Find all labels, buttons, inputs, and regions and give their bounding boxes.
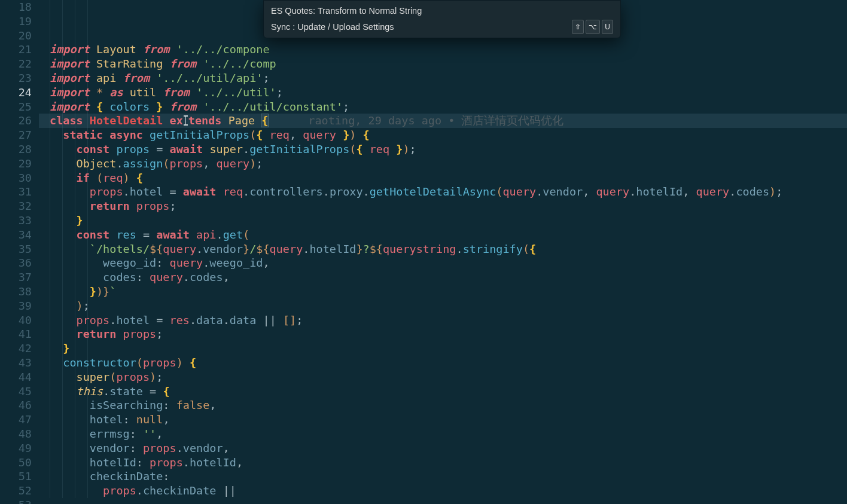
code-line[interactable]: const props = await super.getInitialProp… <box>39 142 847 157</box>
token: query <box>696 185 730 198</box>
token: ( <box>163 157 169 170</box>
token: ) <box>769 185 776 198</box>
code-line[interactable]: weego_id: query.weego_id, <box>39 256 847 270</box>
token: HotelDetail <box>90 114 163 127</box>
code-line[interactable]: errmsg: '', <box>39 427 847 441</box>
code-line[interactable]: })}` <box>39 285 847 299</box>
token <box>50 200 90 212</box>
code-line[interactable]: static async getInitialProps({ req, quer… <box>39 128 847 142</box>
token: } <box>243 243 249 255</box>
token: Object <box>77 157 117 170</box>
token <box>296 129 303 141</box>
token: . <box>116 157 123 170</box>
token: isSearching <box>90 399 163 411</box>
token: api <box>96 72 116 84</box>
token <box>50 413 90 426</box>
token: ; <box>83 300 90 312</box>
token <box>276 314 283 326</box>
code-line[interactable]: codes: query.codes, <box>39 270 847 285</box>
code-line[interactable]: import Layout from '../../compone <box>39 42 847 57</box>
token: hotelId <box>636 185 683 198</box>
code-line[interactable]: `/hotels/${query.vendor}/${query.hotelId… <box>39 242 847 256</box>
token <box>143 271 150 283</box>
code-line[interactable]: props.hotel = await req.controllers.prox… <box>39 185 847 199</box>
line-number: 34 <box>0 228 39 242</box>
token: false <box>176 399 210 411</box>
token: : <box>130 427 136 440</box>
token <box>50 243 90 255</box>
token: ) <box>349 129 356 141</box>
code-line[interactable]: constructor(props) { <box>39 356 847 370</box>
token: ( <box>496 185 502 198</box>
token: ; <box>776 185 782 198</box>
token: ( <box>249 129 256 141</box>
code-line[interactable]: this.state = { <box>39 384 847 399</box>
line-number: 50 <box>0 456 39 470</box>
token: } <box>356 243 362 255</box>
code-area[interactable]: import Layout from '../../componeimport … <box>39 0 847 498</box>
token <box>50 385 77 398</box>
line-number: 33 <box>0 213 39 228</box>
code-line[interactable]: props.hotel = res.data.data || []; <box>39 313 847 328</box>
token <box>163 114 169 127</box>
code-line[interactable]: hotel: null, <box>39 413 847 427</box>
palette-item-label: ES Quotes: Transform to Normal String <box>271 4 422 17</box>
code-line[interactable]: import StarRating from '../../comp <box>39 57 847 71</box>
token <box>150 72 156 84</box>
token: ) <box>150 371 156 383</box>
token <box>50 399 90 411</box>
token: '../../util/api' <box>156 72 263 84</box>
palette-item[interactable]: Sync : Update / Upload Settings⇧⌥U <box>264 19 620 35</box>
code-line[interactable]: } <box>39 213 847 228</box>
code-line[interactable]: ); <box>39 299 847 313</box>
token: req <box>270 129 290 141</box>
token <box>50 470 90 482</box>
token: as <box>109 86 123 99</box>
token <box>50 256 103 269</box>
token: ${ <box>150 243 163 255</box>
code-editor[interactable]: 1819202122232425262728293031323334353637… <box>0 0 847 504</box>
token: = <box>156 314 163 326</box>
code-line[interactable]: checkinDate: <box>39 469 847 484</box>
code-line[interactable]: if (req) { <box>39 171 847 185</box>
token: { <box>261 114 268 127</box>
token <box>50 371 77 383</box>
code-line[interactable]: import { colors } from '../../util/const… <box>39 100 847 114</box>
code-line[interactable]: props.checkinDate || <box>39 484 847 498</box>
token: : <box>163 399 169 411</box>
code-line[interactable]: return props; <box>39 327 847 341</box>
line-number: 18 <box>0 0 39 14</box>
token: } <box>77 214 83 227</box>
token <box>163 100 169 113</box>
token: props <box>116 143 150 155</box>
token: . <box>243 185 249 198</box>
token: const <box>77 143 110 155</box>
token: codes <box>190 271 223 283</box>
token <box>116 328 123 340</box>
token: util <box>130 86 157 99</box>
code-line[interactable]: } <box>39 341 847 356</box>
code-line[interactable]: class HotelDetail extends Page { raoting… <box>39 114 847 128</box>
code-line[interactable]: isSearching: false, <box>39 398 847 413</box>
command-palette[interactable]: ES Quotes: Transform to Normal StringSyn… <box>263 0 621 38</box>
code-line[interactable]: super(props); <box>39 370 847 384</box>
line-number: 36 <box>0 256 39 270</box>
token: vendor <box>183 442 223 454</box>
token: hotelId <box>190 456 236 469</box>
palette-item[interactable]: ES Quotes: Transform to Normal String <box>264 3 620 19</box>
token: ; <box>156 371 163 383</box>
token <box>50 228 77 241</box>
token <box>156 385 163 398</box>
code-line[interactable]: return props; <box>39 199 847 213</box>
token: await <box>170 143 203 155</box>
code-line[interactable]: hotelId: props.hotelId, <box>39 456 847 470</box>
code-line[interactable]: const res = await api.get( <box>39 228 847 242</box>
code-line[interactable]: vendor: props.vendor, <box>39 441 847 456</box>
line-number: 30 <box>0 171 39 185</box>
code-line[interactable]: import api from '../../util/api'; <box>39 71 847 85</box>
code-line[interactable]: import * as util from '../../util'; <box>39 85 847 100</box>
line-number: 21 <box>0 42 39 57</box>
token: getHotelDetailAsync <box>370 185 496 198</box>
code-line[interactable]: Object.assign(props, query); <box>39 157 847 171</box>
token: . <box>243 143 249 155</box>
